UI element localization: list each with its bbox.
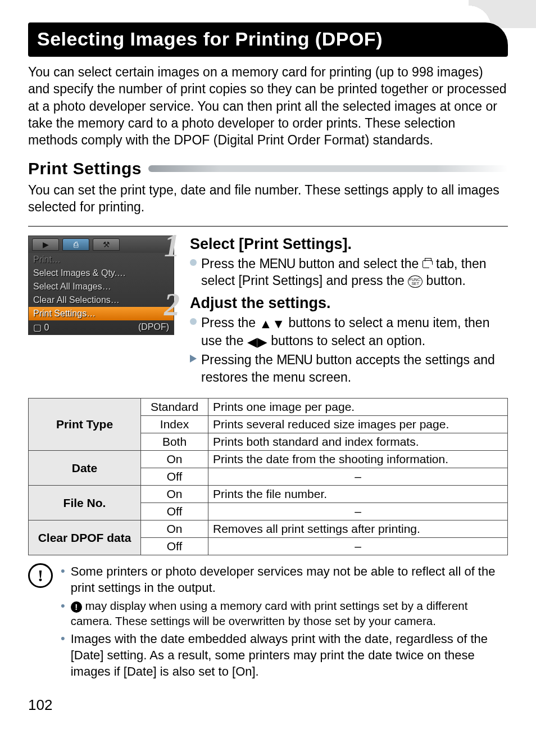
desc-date-off: –	[208, 468, 508, 486]
step-2-title: Adjust the settings.	[190, 295, 508, 312]
intro-paragraph: You can select certain images on a memor…	[28, 64, 508, 149]
menu-row-print-settings-label: Print Settings…	[33, 309, 96, 319]
opt-fileno-on: On	[141, 486, 208, 503]
result-triangle-icon	[190, 355, 197, 363]
menu-word: MENU	[276, 352, 312, 367]
desc-fileno-off: –	[208, 503, 508, 520]
caution-item-2: ! may display when using a memory card w…	[71, 598, 508, 628]
caution-icon: !	[28, 563, 53, 588]
desc-fileno-on: Prints the file number.	[208, 486, 508, 503]
menu-row-select-all: Select All Images…	[29, 280, 174, 293]
caution-item-3: Images with the date embedded always pri…	[71, 631, 508, 680]
tab-print-icon: ⎙	[62, 238, 89, 251]
section-heading-print-settings: Print Settings	[28, 159, 142, 178]
opt-standard: Standard	[141, 399, 208, 416]
up-down-arrows-icon: ▲▼	[260, 315, 285, 332]
row-fileno: File No.	[29, 486, 141, 520]
tab-playback-icon: ▶	[32, 238, 59, 251]
bullet-dot-icon: •	[61, 563, 65, 596]
menu-row-clear-all: Clear All Selections…	[29, 293, 174, 307]
step-number-1: 1	[164, 228, 180, 264]
row-clear-dpof: Clear DPOF data	[29, 520, 141, 555]
menu-row-select-images-qty: Select Images & Qty.…	[29, 266, 174, 280]
opt-index: Index	[141, 416, 208, 433]
camera-menu-screenshot: ▶ ⎙ ⚒ Print… Select Images & Qty.… Selec…	[28, 236, 174, 335]
desc-index: Prints several reduced size images per p…	[208, 416, 508, 433]
warning-badge-icon: !	[71, 601, 82, 613]
tab-setup-icon: ⚒	[93, 238, 120, 251]
menu-row-print-settings-highlighted: Print Settings…	[29, 307, 174, 320]
opt-date-on: On	[141, 451, 208, 468]
bullet-dot-icon: •	[61, 598, 65, 628]
caution-item-1: Some printers or photo developer service…	[71, 563, 508, 596]
opt-clear-on: On	[141, 520, 208, 538]
bullet-dot-icon: •	[61, 631, 65, 680]
step-2-body-1: Press the ▲▼ buttons to select a menu it…	[201, 314, 508, 350]
step-2-body-2: Pressing the MENU button accepts the set…	[201, 351, 508, 386]
footer-count: ▢ 0	[33, 322, 49, 333]
caution-box: ! • Some printers or photo developer ser…	[28, 563, 508, 682]
func-set-button-icon: FUNC.SET	[408, 275, 423, 288]
opt-date-off: Off	[141, 468, 208, 486]
desc-standard: Prints one image per page.	[208, 399, 508, 416]
opt-clear-off: Off	[141, 538, 208, 555]
opt-fileno-off: Off	[141, 503, 208, 520]
opt-both: Both	[141, 433, 208, 451]
step-1-body: Press the MENU button and select the tab…	[201, 255, 508, 289]
menu-row-print: Print…	[29, 253, 174, 266]
separator-rule	[28, 226, 508, 227]
step-1-title: Select [Print Settings].	[190, 236, 508, 253]
desc-both: Prints both standard and index formats.	[208, 433, 508, 451]
desc-clear-off: –	[208, 538, 508, 555]
desc-clear-on: Removes all print settings after printin…	[208, 520, 508, 538]
left-right-arrows-icon: ◀▶	[247, 333, 267, 350]
step-number-2: 2	[164, 287, 180, 323]
menu-word: MENU	[260, 256, 296, 271]
print-tab-icon	[423, 260, 433, 268]
page-number: 102	[28, 696, 508, 714]
row-print-type: Print Type	[29, 399, 141, 451]
bullet-icon	[190, 259, 197, 266]
print-settings-table: Print Type Standard Prints one image per…	[28, 398, 508, 555]
heading-rule	[148, 165, 508, 172]
bullet-icon	[190, 318, 197, 325]
page-title: Selecting Images for Printing (DPOF)	[28, 22, 508, 57]
section-intro: You can set the print type, date and fil…	[28, 182, 508, 216]
desc-date-on: Prints the date from the shooting inform…	[208, 451, 508, 468]
row-date: Date	[29, 451, 141, 486]
footer-dpof: (DPOF)	[138, 322, 169, 333]
